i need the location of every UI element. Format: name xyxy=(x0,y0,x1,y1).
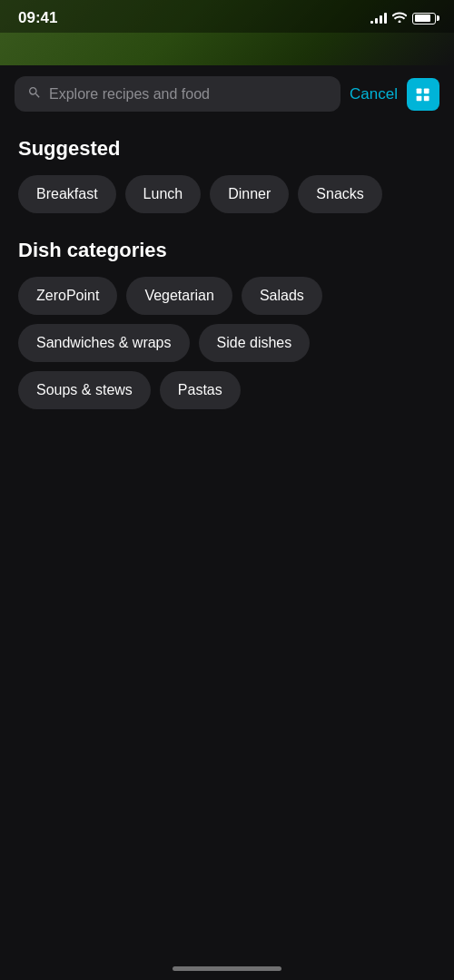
chip-salads[interactable]: Salads xyxy=(242,277,322,315)
chip-side-dishes[interactable]: Side dishes xyxy=(199,324,311,362)
svg-rect-2 xyxy=(417,95,422,101)
chip-sandwiches-wraps[interactable]: Sandwiches & wraps xyxy=(18,324,190,362)
signal-bar-3 xyxy=(380,15,382,24)
search-icon xyxy=(27,85,42,103)
chip-pastas[interactable]: Pastas xyxy=(160,371,241,409)
list-icon xyxy=(414,86,432,103)
svg-rect-0 xyxy=(417,88,422,93)
status-bar: 09:41 xyxy=(0,0,454,33)
list-view-button[interactable] xyxy=(407,78,439,111)
home-indicator xyxy=(173,966,281,971)
dish-categories-title: Dish categories xyxy=(18,239,436,262)
suggested-section: Suggested Breakfast Lunch Dinner Snacks xyxy=(18,137,436,213)
main-content: Suggested Breakfast Lunch Dinner Snacks … xyxy=(0,122,454,471)
chip-dinner[interactable]: Dinner xyxy=(210,175,289,213)
suggested-chips: Breakfast Lunch Dinner Snacks xyxy=(18,175,436,213)
dish-categories-section: Dish categories ZeroPoint Vegetarian Sal… xyxy=(18,239,436,409)
suggested-title: Suggested xyxy=(18,137,436,161)
wifi-icon xyxy=(392,12,407,25)
search-bar[interactable]: Explore recipes and food xyxy=(15,76,340,112)
search-placeholder: Explore recipes and food xyxy=(49,86,328,103)
status-icons xyxy=(370,12,436,25)
signal-bars-icon xyxy=(370,13,387,24)
signal-bar-1 xyxy=(370,21,373,24)
cancel-button[interactable]: Cancel xyxy=(350,85,398,103)
chip-soups-stews[interactable]: Soups & stews xyxy=(18,371,151,409)
chip-snacks[interactable]: Snacks xyxy=(298,175,381,213)
chip-zeropoint[interactable]: ZeroPoint xyxy=(18,277,117,315)
svg-rect-1 xyxy=(424,88,429,93)
battery-icon xyxy=(412,13,436,24)
chip-dinner-wrapper: Dinner xyxy=(210,175,289,213)
signal-bar-4 xyxy=(384,13,387,24)
chip-lunch[interactable]: Lunch xyxy=(125,175,202,213)
signal-bar-2 xyxy=(375,18,378,24)
search-section: Explore recipes and food Cancel xyxy=(0,65,454,122)
chip-breakfast[interactable]: Breakfast xyxy=(18,175,116,213)
svg-rect-3 xyxy=(424,95,429,101)
chip-vegetarian[interactable]: Vegetarian xyxy=(126,277,232,315)
dish-category-chips: ZeroPoint Vegetarian Salads Sandwiches &… xyxy=(18,277,436,409)
battery-fill xyxy=(415,15,431,22)
status-time: 09:41 xyxy=(18,9,57,27)
